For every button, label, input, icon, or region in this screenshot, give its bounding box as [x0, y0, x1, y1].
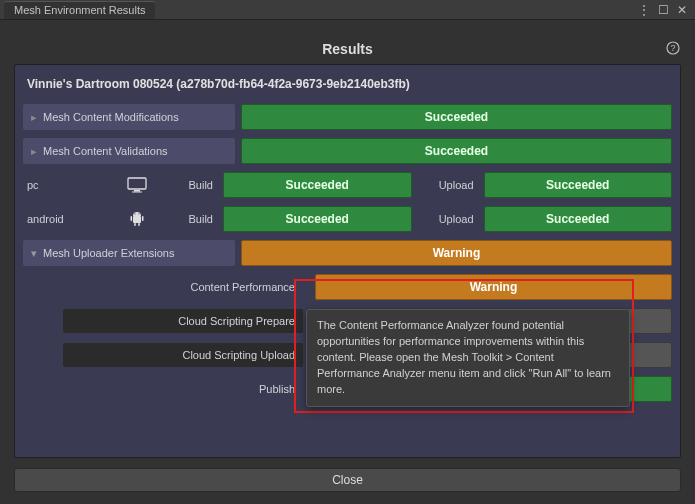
close-button[interactable]: Close	[14, 468, 681, 492]
help-icon: ?	[666, 41, 680, 55]
extensions-chip[interactable]: ▾ Mesh Uploader Extensions	[23, 240, 235, 266]
validations-label: Mesh Content Validations	[43, 145, 168, 157]
row-publish: Publish Succeeded	[23, 375, 672, 403]
android-icon	[129, 210, 145, 228]
android-upload-label: Upload	[418, 213, 478, 225]
svg-point-10	[134, 213, 135, 214]
row-content-performance: Content Performance Warning	[23, 273, 672, 301]
row-cloud-upload: Cloud Scripting Upload	[23, 341, 672, 369]
android-build-label: Build	[163, 213, 217, 225]
content-area: Results ? Vinnie's Dartroom 080524 (a278…	[0, 20, 695, 504]
window-root: Mesh Environment Results ⋮ ☐ ✕ Results ?…	[0, 0, 695, 504]
window-controls: ⋮ ☐ ✕	[630, 3, 695, 17]
row-platform-pc: pc Build Succeeded Upload Succeeded	[23, 171, 672, 199]
titlebar: Mesh Environment Results ⋮ ☐ ✕	[0, 0, 695, 20]
publish-status: Succeeded	[315, 376, 672, 402]
svg-rect-4	[132, 192, 142, 193]
window-tab-label: Mesh Environment Results	[14, 4, 145, 16]
validations-status: Succeeded	[241, 138, 672, 164]
android-upload-status: Succeeded	[484, 206, 673, 232]
svg-rect-3	[134, 190, 140, 192]
svg-rect-7	[142, 216, 144, 221]
validations-chip[interactable]: ▸ Mesh Content Validations	[23, 138, 235, 164]
modifications-chip[interactable]: ▸ Mesh Content Modifications	[23, 104, 235, 130]
platform-android-icon-cell	[117, 210, 157, 228]
row-platform-android: android Build Succeeded Upload	[23, 205, 672, 233]
help-button[interactable]: ?	[665, 40, 681, 56]
chevron-right-icon: ▸	[31, 145, 37, 158]
android-build-status: Succeeded	[223, 206, 412, 232]
page-header: Results ?	[14, 34, 681, 64]
cloud-prepare-label: Cloud Scripting Prepare	[63, 309, 303, 333]
content-performance-label: Content Performance	[63, 281, 303, 293]
content-performance-status: Warning	[315, 274, 672, 300]
pc-build-label: Build	[163, 179, 217, 191]
row-cloud-prepare: Cloud Scripting Prepare	[23, 307, 672, 335]
platform-android-name: android	[23, 213, 111, 225]
close-button-label: Close	[332, 473, 363, 487]
svg-rect-9	[138, 223, 140, 226]
row-extensions: ▾ Mesh Uploader Extensions Warning	[23, 239, 672, 267]
svg-rect-6	[131, 216, 133, 221]
window-menu-icon[interactable]: ⋮	[638, 3, 650, 17]
svg-rect-5	[133, 216, 141, 223]
publish-label: Publish	[63, 383, 303, 395]
window-maximize-icon[interactable]: ☐	[658, 3, 669, 17]
platform-pc-icon-cell	[117, 177, 157, 193]
window-tab[interactable]: Mesh Environment Results	[4, 1, 155, 19]
pc-upload-label: Upload	[418, 179, 478, 191]
extensions-status: Warning	[241, 240, 672, 266]
panel-title: Vinnie's Dartroom 080524 (a278b70d-fb64-…	[23, 75, 672, 97]
cloud-upload-label: Cloud Scripting Upload	[63, 343, 303, 367]
modifications-status: Succeeded	[241, 104, 672, 130]
pc-build-status: Succeeded	[223, 172, 412, 198]
cloud-prepare-status	[315, 308, 672, 334]
svg-rect-2	[128, 178, 146, 189]
row-validations: ▸ Mesh Content Validations Succeeded	[23, 137, 672, 165]
cloud-upload-status	[315, 342, 672, 368]
chevron-right-icon: ▸	[31, 111, 37, 124]
modifications-label: Mesh Content Modifications	[43, 111, 179, 123]
platform-pc-name: pc	[23, 179, 111, 191]
pc-upload-status: Succeeded	[484, 172, 673, 198]
extensions-label: Mesh Uploader Extensions	[43, 247, 174, 259]
row-modifications: ▸ Mesh Content Modifications Succeeded	[23, 103, 672, 131]
chevron-down-icon: ▾	[31, 247, 37, 260]
svg-point-11	[138, 213, 139, 214]
monitor-icon	[127, 177, 147, 193]
svg-rect-8	[134, 223, 136, 226]
results-panel: Vinnie's Dartroom 080524 (a278b70d-fb64-…	[14, 64, 681, 458]
svg-text:?: ?	[670, 43, 675, 53]
page-title: Results	[322, 41, 373, 57]
window-close-icon[interactable]: ✕	[677, 3, 687, 17]
